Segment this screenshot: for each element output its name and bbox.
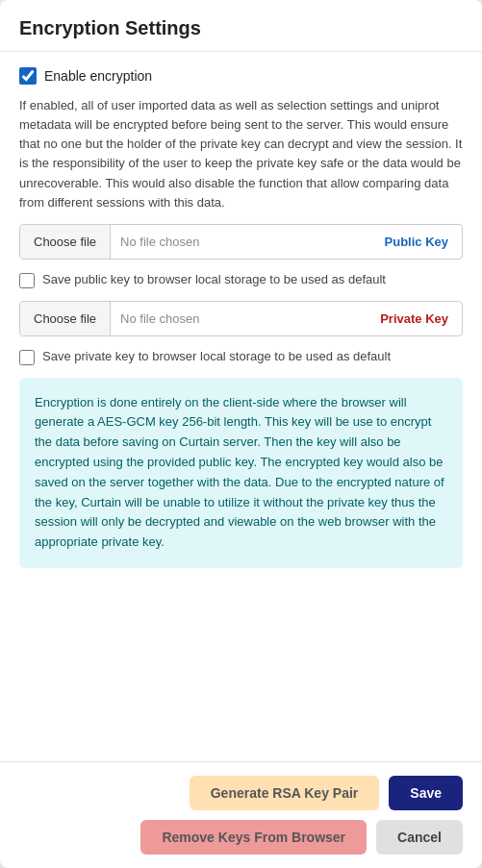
remove-keys-button[interactable]: Remove Keys From Browser bbox=[140, 820, 367, 855]
encryption-description: If enabled, all of user imported data as… bbox=[19, 96, 463, 212]
dialog-body: Enable encryption If enabled, all of use… bbox=[0, 52, 482, 761]
save-button[interactable]: Save bbox=[389, 776, 463, 810]
enable-encryption-row: Enable encryption bbox=[19, 67, 463, 85]
dialog-header: Encryption Settings bbox=[0, 0, 482, 52]
private-key-file-name: No file chosen bbox=[111, 302, 367, 335]
dialog-footer: Generate RSA Key Pair Save Remove Keys F… bbox=[0, 761, 482, 868]
enable-encryption-checkbox[interactable] bbox=[19, 67, 37, 85]
save-public-key-label: Save public key to browser local storage… bbox=[42, 271, 386, 289]
save-public-key-checkbox[interactable] bbox=[19, 273, 35, 288]
footer-bottom-row: Remove Keys From Browser Cancel bbox=[19, 820, 463, 855]
public-key-choose-button[interactable]: Choose file bbox=[20, 225, 111, 259]
private-key-choose-button[interactable]: Choose file bbox=[20, 302, 111, 335]
save-public-key-row: Save public key to browser local storage… bbox=[19, 271, 463, 289]
save-private-key-row: Save private key to browser local storag… bbox=[19, 348, 463, 366]
cancel-button[interactable]: Cancel bbox=[376, 820, 463, 855]
private-key-label: Private Key bbox=[367, 302, 462, 335]
generate-rsa-button[interactable]: Generate RSA Key Pair bbox=[190, 776, 380, 810]
footer-top-row: Generate RSA Key Pair Save bbox=[19, 776, 463, 810]
public-key-file-row: Choose file No file chosen Public Key bbox=[19, 224, 463, 260]
encryption-settings-dialog: Encryption Settings Enable encryption If… bbox=[0, 0, 482, 868]
public-key-label: Public Key bbox=[371, 225, 462, 259]
save-private-key-checkbox[interactable] bbox=[19, 350, 35, 365]
enable-encryption-label: Enable encryption bbox=[44, 68, 152, 84]
private-key-file-row: Choose file No file chosen Private Key bbox=[19, 301, 463, 336]
info-box-text: Encryption is done entirely on the clien… bbox=[35, 395, 444, 550]
dialog-title: Encryption Settings bbox=[19, 17, 201, 38]
info-box: Encryption is done entirely on the clien… bbox=[19, 378, 463, 568]
public-key-file-name: No file chosen bbox=[111, 225, 370, 259]
save-private-key-label: Save private key to browser local storag… bbox=[42, 348, 391, 366]
